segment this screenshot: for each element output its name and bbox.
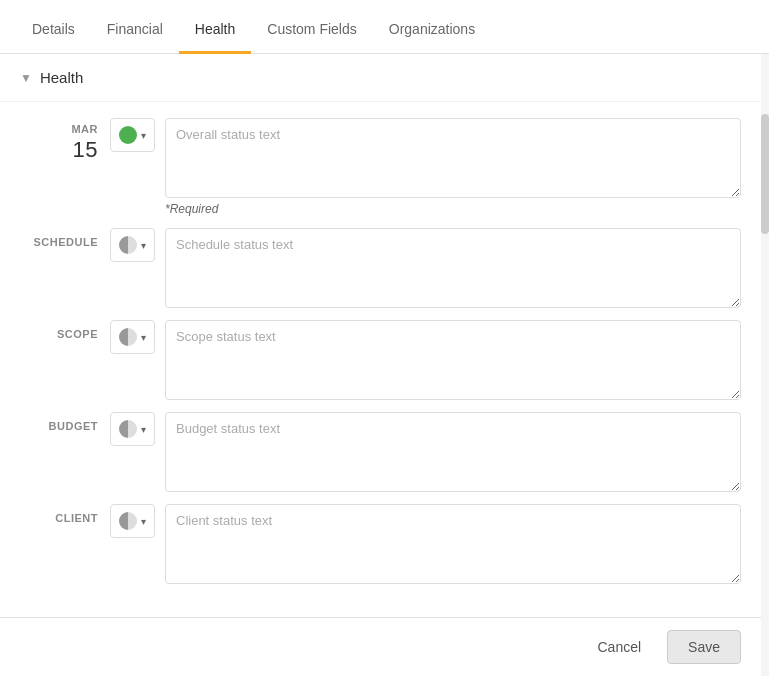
section-title: Health: [40, 69, 83, 86]
status-dot-schedule: [119, 236, 137, 254]
cancel-button[interactable]: Cancel: [581, 630, 657, 664]
chevron-down-icon: ▾: [141, 516, 146, 527]
status-dropdown-schedule[interactable]: ▾: [110, 228, 155, 262]
status-dropdown-overall[interactable]: ▾: [110, 118, 155, 152]
scope-status-textarea[interactable]: [165, 320, 741, 400]
chevron-down-icon: ▾: [141, 332, 146, 343]
textarea-wrapper-client: [165, 504, 741, 584]
month-label: MAR: [71, 122, 98, 137]
content-area: ▼ Health MAR 15 ▾ *Required: [0, 54, 761, 676]
textarea-wrapper-scope: [165, 320, 741, 400]
page-wrapper: ▼ Health MAR 15 ▾ *Required: [0, 54, 769, 676]
section-header: ▼ Health: [0, 54, 761, 102]
textarea-wrapper-budget: [165, 412, 741, 492]
label-budget: BUDGET: [20, 412, 110, 432]
form-row-schedule: SCHEDULE ▾: [20, 228, 741, 308]
status-dropdown-scope[interactable]: ▾: [110, 320, 155, 354]
save-button[interactable]: Save: [667, 630, 741, 664]
tab-details[interactable]: Details: [16, 7, 91, 54]
form-footer: Cancel Save: [0, 617, 761, 676]
form-row-budget: BUDGET ▾: [20, 412, 741, 492]
chevron-down-icon: ▾: [141, 240, 146, 251]
status-dropdown-client[interactable]: ▾: [110, 504, 155, 538]
form-row-scope: SCOPE ▾: [20, 320, 741, 400]
status-dot-overall: [119, 126, 137, 144]
status-dot-budget: [119, 420, 137, 438]
textarea-wrapper-schedule: [165, 228, 741, 308]
status-dot-client: [119, 512, 137, 530]
nav-tabs: Details Financial Health Custom Fields O…: [0, 0, 769, 54]
label-client: CLIENT: [20, 504, 110, 524]
tab-custom-fields[interactable]: Custom Fields: [251, 7, 372, 54]
chevron-down-icon: ▾: [141, 424, 146, 435]
required-indicator: *Required: [165, 202, 741, 216]
label-scope: SCOPE: [20, 320, 110, 340]
tab-health[interactable]: Health: [179, 7, 251, 54]
budget-status-textarea[interactable]: [165, 412, 741, 492]
scrollbar-track: [761, 54, 769, 676]
tab-organizations[interactable]: Organizations: [373, 7, 491, 54]
status-dot-scope: [119, 328, 137, 346]
scrollbar-thumb[interactable]: [761, 114, 769, 234]
schedule-status-textarea[interactable]: [165, 228, 741, 308]
tab-financial[interactable]: Financial: [91, 7, 179, 54]
textarea-wrapper-overall: *Required: [165, 118, 741, 216]
collapse-chevron[interactable]: ▼: [20, 71, 32, 85]
form-row-overall: MAR 15 ▾ *Required: [20, 118, 741, 216]
label-schedule: SCHEDULE: [20, 228, 110, 248]
form-row-client: CLIENT ▾: [20, 504, 741, 584]
status-dropdown-budget[interactable]: ▾: [110, 412, 155, 446]
date-label-overall: MAR 15: [20, 118, 110, 164]
chevron-down-icon: ▾: [141, 130, 146, 141]
form-area: MAR 15 ▾ *Required SCHEDULE ▾: [0, 102, 761, 612]
client-status-textarea[interactable]: [165, 504, 741, 584]
overall-status-textarea[interactable]: [165, 118, 741, 198]
day-label: 15: [73, 137, 98, 163]
